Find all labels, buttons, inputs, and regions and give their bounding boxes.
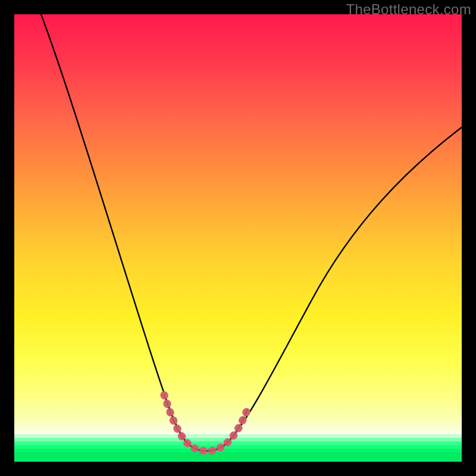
green-stripe (14, 452, 462, 462)
watermark-text: TheBottleneck.com (346, 1, 471, 18)
plot-area (14, 14, 462, 462)
chart-frame (14, 14, 462, 462)
heat-gradient (14, 14, 462, 434)
